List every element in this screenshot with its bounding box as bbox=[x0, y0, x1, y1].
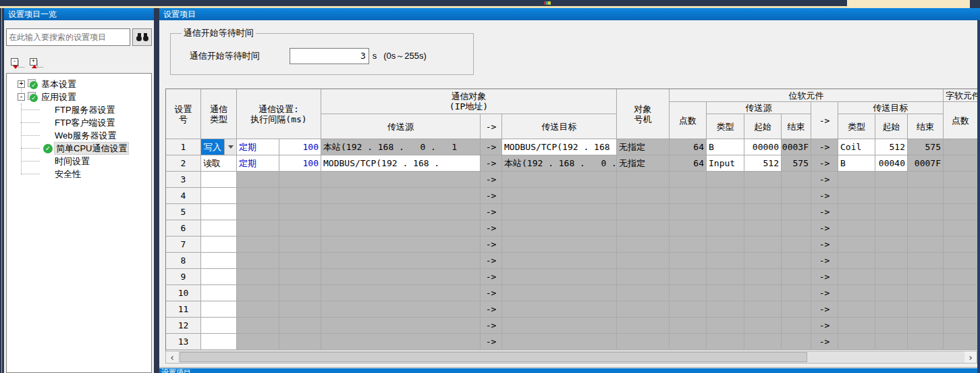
cell-bit-src-type bbox=[707, 334, 744, 350]
tree-item-application-settings[interactable]: - ✓ 应用设置 bbox=[7, 91, 151, 103]
scroll-left-button[interactable]: ‹ bbox=[166, 351, 178, 363]
tree-item-simple-cpu-comm[interactable]: ✓ 简单CPU通信设置 bbox=[7, 142, 151, 155]
cell-comm-type[interactable] bbox=[201, 237, 237, 253]
tree-item-ftp-client[interactable]: FTP客户端设置 bbox=[7, 116, 151, 129]
tree-item-basic-settings[interactable]: + ✓ 基本设置 bbox=[7, 78, 151, 91]
scrollbar-thumb[interactable] bbox=[180, 352, 807, 362]
cell-interval bbox=[279, 188, 321, 204]
cell-bit-dst-start[interactable]: 512 bbox=[875, 139, 908, 155]
cell-bit-points bbox=[670, 253, 707, 269]
tree-item-web-server[interactable]: Web服务器设置 bbox=[7, 129, 151, 142]
cell-comm-type[interactable] bbox=[201, 269, 237, 285]
cell-bit-dst-type bbox=[838, 318, 875, 334]
cell-bit-dst-end: 0007F bbox=[908, 155, 944, 172]
cell-bit-src-type[interactable]: Input bbox=[707, 155, 744, 172]
cell-comm-type-combo[interactable]: 写入 bbox=[201, 139, 237, 155]
red-up-arrow-icon bbox=[32, 65, 37, 68]
tree-item-ftp-server[interactable]: FTP服务器设置 bbox=[7, 103, 151, 116]
cell-comm-type[interactable]: 读取 bbox=[201, 155, 237, 172]
cell-bit-arrow: -> bbox=[811, 318, 838, 334]
binoculars-icon bbox=[136, 33, 148, 41]
cell-exec-type bbox=[237, 237, 279, 253]
cell-setting-no: 10 bbox=[166, 285, 201, 301]
cell-interval bbox=[279, 237, 321, 253]
cell-comm-type[interactable] bbox=[201, 318, 237, 334]
cell-exec-type[interactable]: 定期 bbox=[237, 155, 279, 172]
cell-bit-points bbox=[670, 269, 707, 285]
cell-comm-type[interactable] bbox=[201, 301, 237, 318]
cell-interval[interactable]: 100 bbox=[279, 139, 321, 155]
cell-comm-type[interactable] bbox=[201, 188, 237, 204]
cell-arrow: -> bbox=[481, 285, 502, 301]
cell-interval[interactable]: 100 bbox=[279, 155, 321, 172]
cell-bit-points: 64 bbox=[670, 139, 707, 155]
tree-item-security[interactable]: 安全性 bbox=[7, 168, 151, 180]
cell-dst-ip bbox=[502, 301, 617, 318]
cell-src-ip bbox=[321, 204, 481, 220]
cell-comm-type[interactable] bbox=[201, 253, 237, 269]
cell-dst-ip bbox=[502, 204, 617, 220]
cell-src-ip[interactable]: MODBUS/TCP(192 . 168 . bbox=[321, 155, 481, 172]
cell-bit-dst-end bbox=[908, 220, 944, 237]
cell-exec-type bbox=[237, 301, 279, 318]
cell-src-ip bbox=[321, 253, 481, 269]
cell-bit-dst-start bbox=[875, 253, 908, 269]
tree-item-label: 应用设置 bbox=[40, 91, 78, 103]
cell-bit-src-end: 575 bbox=[782, 155, 811, 172]
cell-comm-type[interactable] bbox=[201, 220, 237, 237]
header-word-points: 点数 bbox=[944, 102, 978, 139]
cell-bit-arrow: -> bbox=[811, 253, 838, 269]
cell-target-station: 无指定 bbox=[617, 155, 670, 172]
cell-bit-src-type[interactable]: B bbox=[707, 139, 744, 155]
bottom-panel-titlebar: 设置项目 bbox=[159, 368, 980, 373]
tree-item-label: 时间设置 bbox=[53, 155, 91, 167]
cell-word-points bbox=[944, 301, 978, 318]
cell-bit-src-start[interactable]: 00000 bbox=[744, 139, 782, 155]
search-button[interactable] bbox=[132, 28, 152, 46]
cell-bit-dst-type[interactable]: Coil bbox=[838, 139, 875, 155]
checked-group-icon: ✓ bbox=[28, 92, 38, 102]
comm-type-selected[interactable]: 写入 bbox=[201, 139, 224, 155]
cell-bit-dst-type[interactable]: B bbox=[838, 155, 875, 172]
wait-time-unit: s bbox=[373, 51, 377, 61]
collapse-minus-icon[interactable]: - bbox=[18, 93, 25, 101]
cell-bit-dst-start bbox=[875, 301, 908, 318]
header-arrow: -> bbox=[481, 114, 502, 139]
expand-plus-icon[interactable]: + bbox=[18, 80, 25, 88]
search-input[interactable] bbox=[6, 28, 130, 46]
expand-all-button[interactable]: + bbox=[30, 58, 43, 69]
cell-comm-type[interactable] bbox=[201, 334, 237, 350]
combo-dropdown-button[interactable] bbox=[224, 139, 236, 155]
tree-item-time-settings[interactable]: 时间设置 bbox=[7, 155, 151, 168]
cell-word-points bbox=[944, 253, 978, 269]
horizontal-scrollbar[interactable]: ‹ › bbox=[165, 351, 977, 364]
app-window: 设置项目一览 - + bbox=[0, 0, 980, 373]
panel-splitter[interactable] bbox=[154, 8, 159, 373]
cell-exec-type[interactable]: 定期 bbox=[237, 139, 279, 155]
cell-interval bbox=[279, 285, 321, 301]
header-bit-dst-end: 结束 bbox=[908, 114, 944, 139]
cell-dst-ip bbox=[502, 285, 617, 301]
cell-comm-type[interactable] bbox=[201, 204, 237, 220]
cell-interval bbox=[279, 318, 321, 334]
wait-time-input[interactable] bbox=[290, 48, 369, 64]
cell-exec-type bbox=[237, 285, 279, 301]
cell-arrow: -> bbox=[481, 220, 502, 237]
scroll-right-button[interactable]: › bbox=[964, 351, 977, 363]
window-right-border bbox=[977, 20, 980, 373]
cell-comm-type[interactable] bbox=[201, 172, 237, 188]
header-comm-type: 通信 类型 bbox=[201, 89, 237, 139]
cell-bit-src-start[interactable]: 512 bbox=[744, 155, 782, 172]
cell-bit-src-start bbox=[744, 188, 782, 204]
cell-word-points bbox=[944, 172, 978, 188]
header-bit-target-group: 传送目标 bbox=[838, 102, 944, 114]
cell-target-station bbox=[617, 301, 670, 318]
collapse-all-button[interactable]: - bbox=[11, 58, 24, 69]
cell-bit-dst-end bbox=[908, 253, 944, 269]
cell-bit-dst-type bbox=[838, 237, 875, 253]
cell-bit-dst-start[interactable]: 00040 bbox=[875, 155, 908, 172]
cell-bit-src-end bbox=[782, 188, 811, 204]
divider bbox=[159, 367, 980, 368]
cell-comm-type[interactable] bbox=[201, 285, 237, 301]
cell-dst-ip[interactable]: MODBUS/TCP(192 . 168 . bbox=[502, 139, 617, 155]
